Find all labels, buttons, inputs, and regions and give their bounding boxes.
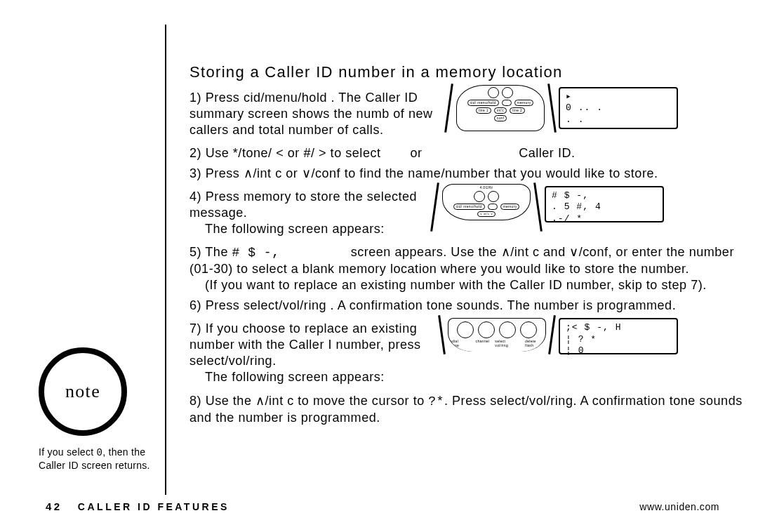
step-4: 4) Press memory to store the selected me… [190, 189, 428, 237]
keypad-figure-2: 4.0GHz cid/ menu/holdmemory ∨ int'c ∨ [434, 186, 539, 218]
page-footer: 42 CALLER ID FEATURES www.uniden.com [46, 500, 719, 512]
step-8: 8) Use the ∧/int c to move the cursor to… [190, 393, 744, 426]
step-1-row: 1) Press cid/menu/hold . The Caller ID s… [190, 87, 744, 142]
manual-page: note If you select 0, then the Caller ID… [0, 0, 758, 532]
step-5: 5) The # $ -, screen appears. Use the ∧/… [190, 244, 744, 293]
keypad-figure-3: redial pause channel select vol/ring del… [441, 318, 553, 352]
note-icon: note [39, 347, 127, 436]
lcd-figure-2: # $ -, . 5 #, 4 .-/ * [545, 186, 664, 222]
lcd-figure-1: ▸ 0 .. . . . [559, 87, 678, 129]
step-7: 7) If you choose to replace an existing … [190, 321, 435, 385]
step-6: 6) Press select/vol/ring . A confirmatio… [190, 298, 744, 314]
footer-left: 42 CALLER ID FEATURES [46, 500, 230, 512]
note-label: note [65, 381, 100, 402]
step-7-row: 7) If you choose to replace an existing … [190, 318, 744, 390]
footer-url: www.uniden.com [639, 501, 719, 512]
step-2: 2) Use */tone/ < or #/ > to select or Ca… [190, 145, 744, 161]
main-content: Storing a Caller ID number in a memory l… [190, 63, 744, 426]
section-name: CALLER ID FEATURES [78, 501, 230, 512]
step-1: 1) Press cid/menu/hold . The Caller ID s… [190, 90, 442, 138]
step-4-row: 4) Press memory to store the selected me… [190, 186, 744, 241]
section-title: Storing a Caller ID number in a memory l… [190, 63, 744, 81]
note-column: note If you select 0, then the Caller ID… [39, 347, 158, 472]
keypad-figure-1: cid/ menu/holdmemory line 1int'cline 2 c… [448, 87, 553, 129]
column-separator [165, 25, 166, 495]
page-number: 42 [46, 500, 62, 512]
note-text: If you select 0, then the Caller ID scre… [39, 446, 158, 472]
step-3: 3) Press ∧/int c or ∨/conf to find the n… [190, 166, 744, 182]
lcd-figure-3: ;< $ -, H ¦ ? * ¦ 0 [559, 318, 678, 354]
